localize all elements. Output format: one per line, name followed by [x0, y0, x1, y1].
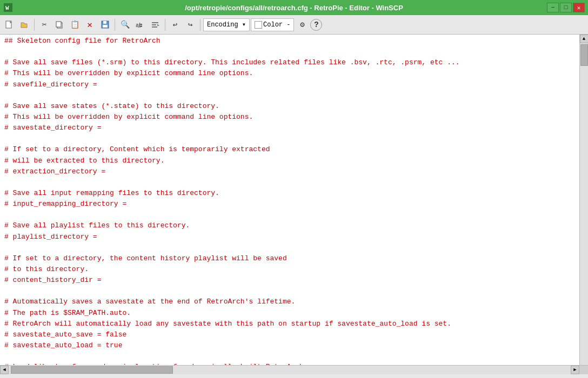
svg-rect-6 — [103, 21, 106, 24]
code-line: # input_remapping_directory = — [4, 199, 575, 210]
code-line: # Save all input remapping files to this… — [4, 188, 575, 199]
minimize-button[interactable]: − — [547, 3, 559, 12]
code-line: # Save all save files (*.srm) to this di… — [4, 57, 575, 68]
code-line — [4, 46, 575, 57]
copy-button[interactable] — [52, 18, 66, 32]
code-line: # Automatically saves a savestate at the… — [4, 296, 575, 307]
undo-button[interactable]: ↩ — [168, 18, 182, 32]
replace-button[interactable]: abc↔ — [133, 18, 147, 32]
redo-button[interactable]: ↪ — [183, 18, 197, 32]
code-line: # savestate_directory = — [4, 123, 575, 133]
code-line — [4, 210, 575, 220]
encoding-label: Encoding ▾ — [207, 21, 246, 29]
scroll-left-arrow[interactable]: ◀ — [0, 366, 9, 374]
toolbar-sep-1 — [34, 19, 35, 31]
code-line: # extraction_directory = — [4, 166, 575, 177]
code-area: ## Skeleton config file for RetroArch # … — [4, 36, 575, 365]
code-line: # content_history_dir = — [4, 275, 575, 286]
code-line: # Save all playlist files to this direct… — [4, 220, 575, 231]
scroll-up-arrow[interactable]: ▲ — [580, 35, 589, 43]
toolbar: ✂ 📋 ✕ 🔍 abc↔ ↩ ↪ Encoding ▾ Color - ⚙ ? — [0, 15, 588, 35]
code-line: # to this directory. — [4, 264, 575, 275]
code-line — [4, 286, 575, 296]
code-line: # playlist_directory = — [4, 232, 575, 242]
h-scrollbar-track[interactable] — [9, 366, 571, 374]
toolbar-sep-3 — [165, 19, 165, 31]
toolbar-sep-4 — [200, 19, 201, 31]
scrollbar-corner — [579, 366, 588, 374]
editor-content[interactable]: ## Skeleton config file for RetroArch # … — [0, 35, 579, 365]
window-controls: − □ ✕ — [547, 3, 585, 12]
code-line: # Save all save states (*.state) to this… — [4, 101, 575, 112]
color-dropdown[interactable]: Color - — [251, 18, 294, 31]
encoding-dropdown[interactable]: Encoding ▾ — [203, 18, 250, 31]
svg-marker-14 — [157, 24, 159, 26]
color-label: Color - — [263, 21, 290, 29]
code-line — [4, 177, 575, 188]
svg-text:W: W — [5, 5, 9, 11]
statusbar: Line: 1/789 Column: 1 Character: 35 (0x2… — [0, 374, 588, 378]
code-line: # savestate_auto_load = true — [4, 340, 575, 351]
code-line — [4, 133, 575, 144]
save-button[interactable] — [98, 18, 112, 32]
open-button[interactable] — [17, 18, 31, 32]
code-line: # If set to a directory, Content which i… — [4, 144, 575, 155]
new-button[interactable] — [2, 18, 16, 32]
code-line: # This will be overridden by explicit co… — [4, 68, 575, 79]
svg-text:↔: ↔ — [138, 25, 141, 29]
paste-button[interactable]: 📋 — [68, 18, 82, 32]
vertical-scrollbar[interactable]: ▲ — [579, 35, 588, 365]
code-line: # savefile_directory = — [4, 79, 575, 90]
scroll-right-arrow[interactable]: ▶ — [571, 366, 579, 374]
settings-button[interactable]: ⚙ — [295, 18, 309, 32]
svg-rect-7 — [103, 25, 108, 28]
code-line: ## Skeleton config file for RetroArch — [4, 36, 575, 46]
horizontal-scrollbar[interactable]: ◀ ▶ — [0, 365, 588, 374]
code-line: # This will be overridden by explicit co… — [4, 112, 575, 123]
code-line — [4, 242, 575, 253]
titlebar: W /opt/retropie/configs/all/retroarch.cf… — [0, 0, 588, 15]
code-line: # If set to a directory, the content his… — [4, 253, 575, 264]
delete-button[interactable]: ✕ — [83, 18, 97, 32]
scroll-thumb-v[interactable] — [580, 44, 588, 66]
code-line: # will be extracted to this directory. — [4, 156, 575, 166]
code-line: # Load libretro from a dynamic location … — [4, 362, 575, 365]
svg-rect-4 — [56, 22, 61, 27]
titlebar-left: W — [3, 3, 13, 12]
code-line: # savestate_auto_save = false — [4, 329, 575, 340]
app-icon: W — [3, 3, 13, 12]
goto-button[interactable] — [148, 18, 162, 32]
code-line — [4, 351, 575, 362]
toolbar-sep-2 — [115, 19, 115, 31]
find-button[interactable]: 🔍 — [118, 18, 132, 32]
maximize-button[interactable]: □ — [560, 3, 572, 12]
window-title: /opt/retropie/configs/all/retroarch.cfg … — [0, 4, 588, 12]
cut-button[interactable]: ✂ — [37, 18, 51, 32]
close-button[interactable]: ✕ — [573, 3, 585, 12]
code-line — [4, 90, 575, 101]
scroll-thumb-h[interactable] — [11, 366, 173, 374]
help-button[interactable]: ? — [310, 19, 322, 31]
editor-wrapper: ## Skeleton config file for RetroArch # … — [0, 35, 588, 365]
code-line: # The path is $SRAM_PATH.auto. — [4, 308, 575, 319]
code-line: # RetroArch will automatically load any … — [4, 319, 575, 329]
